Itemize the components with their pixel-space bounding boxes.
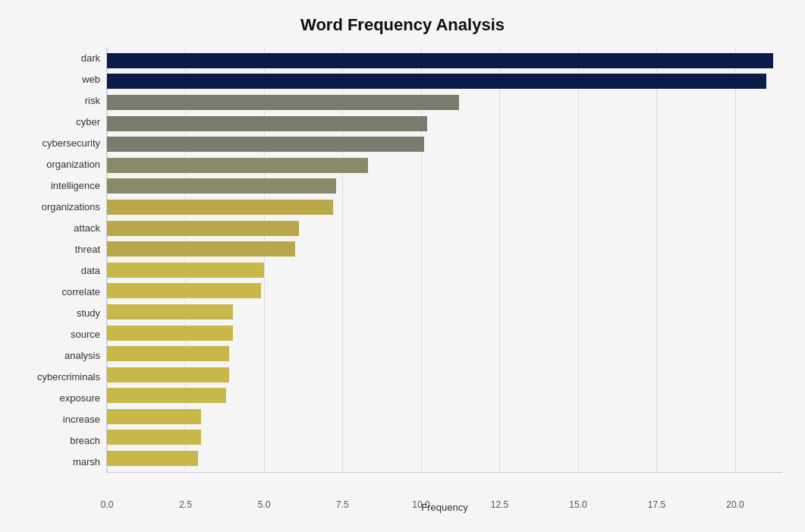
y-label: attack: [74, 218, 100, 238]
y-label: cybercriminals: [37, 367, 100, 387]
y-label: increase: [63, 410, 100, 430]
bar: [107, 53, 773, 68]
y-label: study: [77, 304, 100, 323]
bar: [107, 326, 233, 341]
bar: [107, 451, 198, 466]
bar-row: [107, 387, 782, 404]
bar: [107, 178, 336, 194]
bar-row: [107, 282, 782, 299]
y-label: cyber: [76, 112, 100, 131]
bar-row: [107, 367, 782, 383]
bar-row: [107, 345, 782, 362]
y-label: cybersecurity: [42, 133, 100, 153]
bar-row: [107, 304, 782, 320]
y-label: risk: [85, 90, 100, 110]
chart-container: Word Frequency Analysis darkwebriskcyber…: [0, 0, 805, 532]
y-label: analysis: [64, 346, 100, 366]
chart-area: darkwebriskcybercybersecurityorganizatio…: [23, 47, 782, 473]
y-label: data: [81, 260, 100, 280]
bar-row: [107, 220, 782, 237]
bar: [107, 263, 264, 278]
bar-row: [107, 450, 782, 467]
bar: [107, 116, 427, 131]
y-axis: darkwebriskcybercybersecurityorganizatio…: [23, 47, 106, 473]
bar-row: [107, 115, 782, 132]
bar-row: [107, 408, 782, 425]
x-axis-label: Frequency: [107, 502, 782, 513]
bar: [107, 95, 459, 110]
y-label: marsh: [73, 452, 100, 472]
chart-title: Word Frequency Analysis: [23, 15, 782, 35]
bar: [107, 137, 424, 152]
bar: [107, 200, 333, 215]
bar-row: [107, 73, 782, 90]
bar: [107, 304, 233, 320]
bar: [107, 74, 766, 89]
bar-row: [107, 199, 782, 216]
bar-row: [107, 52, 782, 69]
bar: [107, 241, 295, 257]
y-label: organizations: [42, 197, 100, 216]
bar-row: [107, 262, 782, 279]
bar: [107, 221, 299, 236]
bar-row: [107, 241, 782, 257]
bar: [107, 283, 261, 298]
y-label: exposure: [60, 389, 100, 408]
y-label: threat: [75, 239, 100, 259]
bar-row: [107, 429, 782, 445]
bars-container: [107, 47, 782, 472]
bar: [107, 430, 201, 445]
bar: [107, 367, 229, 382]
y-label: source: [71, 325, 100, 345]
plot-area: 0.02.55.07.510.012.515.017.520.0 Frequen…: [106, 47, 782, 473]
bar-row: [107, 94, 782, 111]
bar-row: [107, 136, 782, 153]
y-label: dark: [81, 48, 100, 68]
y-label: correlate: [61, 282, 100, 302]
bar-row: [107, 325, 782, 342]
bar-row: [107, 178, 782, 194]
bar: [107, 158, 368, 173]
y-label: breach: [70, 431, 100, 451]
y-label: web: [82, 69, 100, 89]
bar: [107, 388, 226, 403]
bar-row: [107, 157, 782, 174]
y-label: organization: [46, 154, 100, 174]
y-label: intelligence: [51, 175, 100, 195]
bar: [107, 346, 229, 361]
bar: [107, 409, 201, 424]
